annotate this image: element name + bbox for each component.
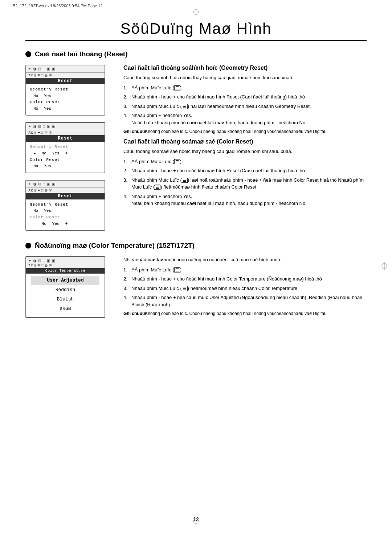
color-temp-text-col: Nhieâñoâùmaø laønñoâchöõu naêng ño ñoâùa… xyxy=(123,256,367,320)
monitor-box-2: ✦ ◑ ⊡ □ ▣ ▣ ÄK ||| ♥ □ ◎ ① xyxy=(25,122,105,173)
geometry-values-2: – No Yes + xyxy=(30,150,101,157)
ct-step-2: 2. Nhaáù phím - hoaë + cho ñeáù khi maø … xyxy=(123,275,367,283)
filename-label: 152_172_192T-vet.qxd 8/25/2003 9:54 PM P… xyxy=(11,4,103,8)
info-icon-1: ① xyxy=(49,73,52,77)
ct-icons: ✦ ◑ ⊡ □ ▣ ▣ xyxy=(28,258,102,263)
ct-circ: ◎ xyxy=(45,263,48,267)
color-values-3: – No Yes + xyxy=(30,221,101,227)
col-yes-1: Yes xyxy=(44,106,51,112)
ct-heart: ♥ xyxy=(38,263,40,267)
color-steps: 1. AÁ phím Muïc Luïc (☰). 2. Nhaáù phím … xyxy=(123,158,367,207)
brightness-icon-3: ✦ xyxy=(28,182,31,186)
ct-bright: ✦ xyxy=(28,259,31,263)
ct-step-3: 3. Nhaáù phím Muïc Luïc (☰) ñeâmôûmaø hì… xyxy=(123,285,367,292)
geometry-steps: 1. AÁ phím Muïc Luïc (☰). 2. Nhaáù phím … xyxy=(123,84,367,126)
color-label-1: Color Reset xyxy=(30,99,101,106)
geometry-step-2: 2. Nhaáù phím - hoaë + cho ñeáù khi maø … xyxy=(123,93,367,101)
section1-heading-text: Caøi ñaët laïi thoâng (Reset) xyxy=(35,50,127,58)
color-temp-steps: 1. AÁ phím Muïc Luïc (☰). 2. Nhaáù phím … xyxy=(123,266,367,308)
reset-bar-1: Reset xyxy=(26,78,105,84)
ct-user-adjusted: User Adjusted xyxy=(31,276,99,285)
info-icon-2: ① xyxy=(49,131,52,134)
ct-box: □ xyxy=(43,259,45,263)
geometry-label-3: Geometry Reset xyxy=(30,202,101,208)
ok-icon-3: ÄK xyxy=(28,189,33,192)
ct-menu: ÄK ||| ♥ □ ◎ ① xyxy=(28,263,102,267)
top-bar: 152_172_192T-vet.qxd 8/25/2003 9:54 PM P… xyxy=(11,4,103,8)
ct-top: ✦ ◑ ⊡ □ ▣ ▣ ÄK ||| ♥ □ ◎ xyxy=(26,257,105,268)
heart-icon-1: ♥ xyxy=(38,73,40,77)
monitor-content-2: Geometry Reset – No Yes + Color Reset No… xyxy=(26,142,105,172)
ct-cont: ◑ xyxy=(33,259,36,263)
color-label-3: Color Reset xyxy=(30,214,101,221)
geometry-intro: Caùù thoâng soáhình hoïc ñöôïc thay baèn… xyxy=(123,74,367,81)
ct-geom: ⊡ xyxy=(38,259,41,263)
ct-srgb: sRGB xyxy=(31,304,99,314)
geom-icon: ⊡ xyxy=(38,67,41,71)
page-number: 12 xyxy=(193,516,199,522)
color-step-3: 3. Nhaáù phím Muïc Luïc (☰) laøì noã roà… xyxy=(123,177,367,191)
color-intro: Caùù thoâng soámaø saé ñöôïc thay baèng … xyxy=(123,148,367,155)
color-temp-intro: Nhieâñoâùmaø laønñoâchöõu naêng ño ñoâùa… xyxy=(123,256,367,263)
col-plus-3: + xyxy=(65,221,68,227)
heart-icon-2: ♥ xyxy=(38,131,40,134)
bullet-icon-2 xyxy=(25,243,31,249)
ct-grid: ▣ xyxy=(47,259,50,263)
monitor-menu-2: ÄK ||| ♥ □ ◎ ① xyxy=(26,130,105,135)
color-temp-section: ✦ ◑ ⊡ □ ▣ ▣ ÄK ||| ♥ □ ◎ xyxy=(25,256,367,320)
ct-note: Ghi chuùùKhoâng coùhieâë löïc. Chöõu naê… xyxy=(123,310,367,317)
geo-yes-2: Yes xyxy=(52,150,60,157)
ct-info: ① xyxy=(49,263,52,267)
box-icon: □ xyxy=(43,67,45,71)
crosshair-right xyxy=(380,262,388,271)
info-icon-3: ① xyxy=(49,189,52,192)
geometry-label-1: Geometry Reset xyxy=(30,86,101,93)
geometry-step-3: 3. Nhaáù phím Muïc Luïc (☰) hai laøì ñeâ… xyxy=(123,103,367,110)
color-temp-monitor: ✦ ◑ ⊡ □ ▣ ▣ ÄK ||| ♥ □ ◎ xyxy=(25,256,105,318)
monitor-icons-3: ✦ ◑ ⊡ □ ▣ ▣ xyxy=(26,181,105,188)
color-temp-monitor-col: ✦ ◑ ⊡ □ ▣ ▣ ÄK ||| ♥ □ ◎ xyxy=(25,256,113,320)
rect-icon-3: ▣ xyxy=(52,182,55,186)
page-content: SöûDuïng Maø Hình Caøi ñaët laïi thoâng … xyxy=(7,0,385,346)
page-title: SöûDuïng Maø Hình xyxy=(25,20,367,37)
col-no-2: No xyxy=(33,163,38,170)
ok-icon-1: ÄK xyxy=(28,73,33,77)
ct-step-1: 1. AÁ phím Muïc Luïc (☰). xyxy=(123,266,367,274)
grid-icon-2: ▣ xyxy=(47,124,50,128)
geometry-label-2: Geometry Reset xyxy=(30,144,101,150)
brightness-icon: ✦ xyxy=(28,67,31,71)
ct-step-4: 4. Nhaáù phím - hoaë + ñeâ caùù muïc Use… xyxy=(123,294,367,308)
reset-bar-3: Reset xyxy=(26,193,105,199)
color-step-1: 1. AÁ phím Muïc Luïc (☰). xyxy=(123,158,367,165)
ct-bluish: Bluish xyxy=(31,295,99,304)
col-yes-2: Yes xyxy=(44,163,51,170)
geometry-values-1: No Yes xyxy=(30,93,101,100)
color-values-1: No Yes xyxy=(30,106,101,112)
brightness-icon-2: ✦ xyxy=(28,124,31,128)
heart-icon-3: ♥ xyxy=(38,189,40,192)
geo-no-3: No xyxy=(33,208,38,214)
box-icon-3: □ xyxy=(43,182,45,186)
menu-row-2: ||| xyxy=(34,131,36,134)
col-yes-3: Yes xyxy=(52,221,60,227)
sq-icon-1: □ xyxy=(41,73,43,77)
menu-row-3: ||| xyxy=(34,189,36,192)
ok-icon-2: ÄK xyxy=(28,131,33,134)
monitor-icons-2: ✦ ◑ ⊡ □ ▣ ▣ xyxy=(26,123,105,130)
contrast-icon: ◑ xyxy=(33,67,36,71)
contrast-icon-3: ◑ xyxy=(33,182,36,186)
color-values-2: No Yes xyxy=(30,163,101,170)
geom-icon-3: ⊡ xyxy=(38,182,41,186)
section2-heading: Ñoâùnoïng maø (Color Temperature) (152T/… xyxy=(25,242,367,250)
monitor-content-1: Geometry Reset No Yes Color Reset No Yes xyxy=(26,84,105,115)
crosshair-top xyxy=(192,8,200,17)
circ-icon-3: ◎ xyxy=(45,189,48,192)
ct-bar: Color Temperature xyxy=(26,268,105,274)
geo-yes-3: Yes xyxy=(44,208,51,214)
text-column: Caøi ñaët laïi thoâng soáhình hoïc (Geom… xyxy=(123,65,367,234)
box-icon-2: □ xyxy=(43,124,45,128)
page-wrapper: 152_172_192T-vet.qxd 8/25/2003 9:54 PM P… xyxy=(0,0,392,533)
sq-icon-2: □ xyxy=(41,131,43,134)
geo-plus-2: + xyxy=(65,150,68,157)
circ-icon-2: ◎ xyxy=(45,131,48,134)
